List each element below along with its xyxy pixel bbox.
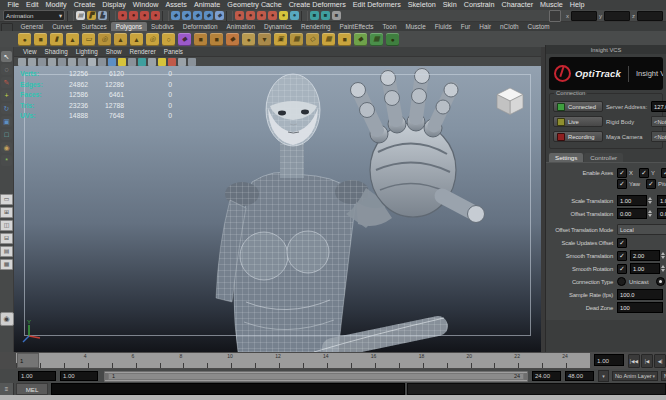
- menu-item[interactable]: Geometry Cache: [224, 0, 285, 10]
- quick-select-icon[interactable]: [549, 10, 561, 22]
- menu-item[interactable]: Modify: [42, 0, 70, 10]
- scale-translation-field[interactable]: 1.00: [657, 195, 666, 206]
- layout-button[interactable]: ⊟: [0, 233, 13, 244]
- menu-item[interactable]: Muscle: [537, 0, 567, 10]
- shelf-button[interactable]: ▼: [258, 33, 271, 46]
- tool-button[interactable]: +: [1, 90, 12, 101]
- tool-button[interactable]: □: [1, 129, 12, 140]
- rigid-body-dropdown[interactable]: <Not Set>▾: [651, 116, 666, 127]
- shelf-button[interactable]: ▲: [130, 33, 143, 46]
- panel-toolbar-icon[interactable]: [188, 58, 196, 66]
- shelf-tab[interactable]: Hair: [475, 22, 496, 31]
- current-time-field[interactable]: 1.00: [594, 354, 624, 366]
- shelf-button[interactable]: ■: [194, 33, 207, 46]
- snap-icon[interactable]: ◆: [171, 11, 180, 20]
- panel-menu-item[interactable]: Renderer: [125, 48, 159, 55]
- shelf-button[interactable]: ●: [18, 33, 31, 46]
- shelf-button[interactable]: ▲: [66, 33, 79, 46]
- divider[interactable]: [67, 11, 74, 21]
- shelf-button[interactable]: ▦: [290, 33, 303, 46]
- menu-item[interactable]: Edit: [23, 0, 42, 10]
- unicast-radio[interactable]: [617, 277, 626, 286]
- render-icon[interactable]: ●: [235, 11, 244, 20]
- z-coordinate-field[interactable]: [637, 11, 663, 21]
- shelf-button[interactable]: ▲: [114, 33, 127, 46]
- tool-button[interactable]: ◉: [1, 142, 12, 153]
- menu-item[interactable]: File: [4, 0, 23, 10]
- panel-toolbar-icon[interactable]: [78, 58, 86, 66]
- panel-toolbar-icon[interactable]: [138, 58, 146, 66]
- range-track[interactable]: 1 24: [104, 371, 528, 382]
- menu-item[interactable]: Character: [498, 0, 537, 10]
- panel-toolbar-icon[interactable]: [178, 58, 186, 66]
- panel-menu-item[interactable]: View: [19, 48, 41, 55]
- tool-button[interactable]: ↻: [1, 103, 12, 114]
- axis-checkbox[interactable]: ✓: [646, 179, 656, 189]
- render-icon[interactable]: ●: [290, 11, 299, 20]
- shelf-tab[interactable]: Dynamics: [260, 22, 297, 31]
- optitrack-panel-tab[interactable]: Insight VCS: [546, 45, 666, 54]
- menu-item[interactable]: Create Deformers: [285, 0, 349, 10]
- layout-button[interactable]: ◫: [0, 220, 13, 231]
- shelf-button[interactable]: ◆: [354, 33, 367, 46]
- tool-button[interactable]: ◌: [1, 64, 12, 75]
- shelf-button[interactable]: ▦: [370, 33, 383, 46]
- menu-item[interactable]: Help: [566, 0, 588, 10]
- divider[interactable]: [109, 11, 116, 21]
- script-editor-icon[interactable]: ≡: [0, 383, 14, 395]
- shelf-tab[interactable]: Custom: [523, 22, 554, 31]
- shelf-tab[interactable]: nCloth: [496, 22, 523, 31]
- shelf-button[interactable]: ◆: [178, 33, 191, 46]
- offset-mode-dropdown[interactable]: Local▾: [617, 224, 666, 235]
- server-address-field[interactable]: 127.0.0.1: [651, 101, 666, 112]
- shelf-button[interactable]: ■: [338, 33, 351, 46]
- menu-item[interactable]: Create: [70, 0, 99, 10]
- playback-end-field[interactable]: 24.00: [532, 371, 561, 381]
- shelf-tab[interactable]: Polygons: [111, 22, 146, 31]
- render-icon[interactable]: ●: [246, 11, 255, 20]
- axis-checkbox[interactable]: ✓: [617, 168, 627, 178]
- smooth-translation-field[interactable]: 2.00: [630, 250, 660, 261]
- panel-menu-item[interactable]: Panels: [160, 48, 187, 55]
- panel-toolbar-icon[interactable]: [48, 58, 56, 66]
- panel-menu-item[interactable]: Lighting: [72, 48, 102, 55]
- shelf-button[interactable]: ◆: [226, 33, 239, 46]
- spinner[interactable]: [648, 208, 654, 219]
- divider[interactable]: [301, 11, 308, 21]
- axis-checkbox[interactable]: ✓: [639, 168, 649, 178]
- menu-item[interactable]: Animate: [190, 0, 223, 10]
- playhead[interactable]: 1: [17, 353, 39, 368]
- spinner[interactable]: [661, 263, 666, 274]
- shelf-tab[interactable]: Toon: [378, 22, 401, 31]
- spinner[interactable]: [648, 195, 654, 206]
- range-handle-right[interactable]: [524, 373, 527, 380]
- optitrack-tab[interactable]: Controller: [584, 153, 623, 162]
- maya-camera-dropdown[interactable]: <Not Set>▾: [651, 131, 666, 142]
- panel-toolbar-icon[interactable]: [148, 58, 156, 66]
- snap-icon[interactable]: ◆: [193, 11, 202, 20]
- snap-icon[interactable]: ◆: [204, 11, 213, 20]
- viewport-canvas[interactable]: Verts: 12256 6120 0 Edges: 24862 12286 0…: [14, 66, 541, 352]
- shelf-button[interactable]: ▭: [82, 33, 95, 46]
- offset-translation-field[interactable]: 0.00: [657, 208, 666, 219]
- offset-translation-field[interactable]: 0.00: [617, 208, 647, 219]
- divider[interactable]: [162, 11, 169, 21]
- tool-button[interactable]: ▣: [1, 116, 12, 127]
- shelf-button[interactable]: ○: [162, 33, 175, 46]
- sample-rate-field[interactable]: 100.0: [617, 289, 663, 300]
- shelf-button[interactable]: ■: [34, 33, 47, 46]
- spinner[interactable]: [661, 250, 666, 261]
- render-icon[interactable]: ●: [268, 11, 277, 20]
- multicast-radio[interactable]: [656, 277, 665, 286]
- render-icon[interactable]: ●: [279, 11, 288, 20]
- panel-toolbar-icon[interactable]: [88, 58, 96, 66]
- connection-button[interactable]: Live: [553, 116, 603, 127]
- panel-toolbar-icon[interactable]: [128, 58, 136, 66]
- history-toggle-icon[interactable]: ■: [310, 11, 319, 20]
- panel-toolbar-icon[interactable]: [18, 58, 26, 66]
- y-coordinate-field[interactable]: [604, 11, 630, 21]
- shelf-tab[interactable]: Deformation: [178, 22, 222, 31]
- axis-checkbox[interactable]: ✓: [617, 179, 627, 189]
- scale-updates-checkbox[interactable]: ✓: [617, 238, 627, 248]
- menu-item[interactable]: Window: [129, 0, 162, 10]
